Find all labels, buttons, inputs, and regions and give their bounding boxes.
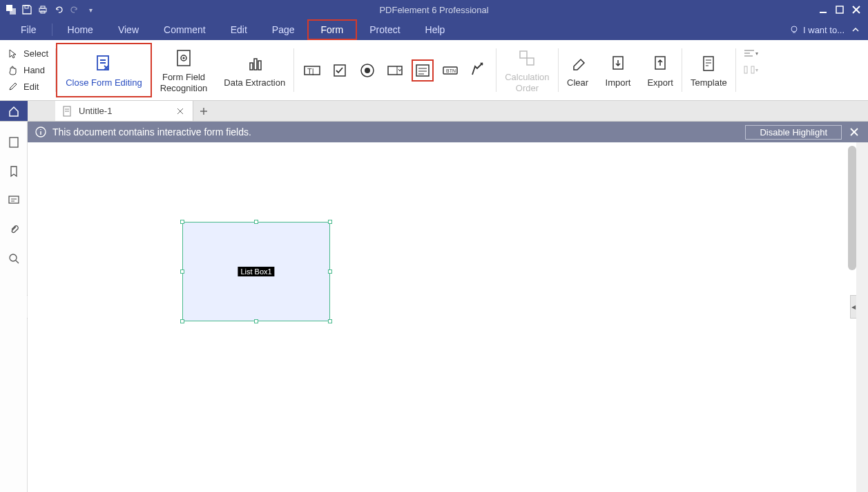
right-gutter <box>856 142 868 492</box>
import-label: Import <box>606 77 631 88</box>
document-tab[interactable]: Untitle-1 <box>55 101 193 121</box>
undo-icon[interactable] <box>52 3 66 17</box>
list-box-tool[interactable] <box>412 59 434 82</box>
resize-handle[interactable] <box>180 220 184 224</box>
maximize-button[interactable] <box>832 2 847 17</box>
redo-icon <box>68 3 81 17</box>
resize-handle[interactable] <box>328 269 332 274</box>
close-button[interactable] <box>849 2 864 17</box>
chart-icon <box>244 53 266 75</box>
select-label: Select <box>23 48 48 59</box>
edit-tool[interactable]: Edit <box>6 79 50 95</box>
menu-comment[interactable]: Comment <box>151 19 218 40</box>
svg-rect-43 <box>744 66 747 73</box>
extraction-label: Data Extraction <box>224 77 285 88</box>
print-icon[interactable] <box>36 3 50 17</box>
search-button[interactable] <box>6 250 22 267</box>
menu-form[interactable]: Form <box>307 19 358 40</box>
data-extraction-button[interactable]: Data Extraction <box>215 43 293 97</box>
recognition-label: Form Field Recognition <box>160 72 208 93</box>
close-tab-button[interactable] <box>175 106 186 117</box>
home-icon <box>8 105 20 117</box>
menu-edit[interactable]: Edit <box>218 19 260 40</box>
export-button[interactable]: Export <box>639 43 682 97</box>
align-tool[interactable]: ▾ <box>743 47 758 59</box>
edit-label: Edit <box>23 82 39 92</box>
hand-icon <box>7 64 19 77</box>
menu-protect[interactable]: Protect <box>357 19 412 40</box>
attachments-button[interactable] <box>6 221 22 238</box>
resize-handle[interactable] <box>180 319 184 323</box>
titlebar: ▾ PDFelement 6 Professional <box>0 0 868 19</box>
svg-rect-16 <box>250 63 253 70</box>
svg-rect-44 <box>751 66 754 73</box>
menu-home[interactable]: Home <box>55 19 106 40</box>
collapse-ribbon-button[interactable] <box>850 24 861 35</box>
import-button[interactable]: Import <box>597 43 639 97</box>
button-tool[interactable]: BTN <box>439 59 461 82</box>
close-notification-button[interactable] <box>847 125 861 139</box>
hand-tool[interactable]: Hand <box>6 62 50 79</box>
notification-text: This document contains interactive form … <box>52 126 740 138</box>
document-tab-label: Untitle-1 <box>79 106 169 116</box>
resize-handle[interactable] <box>328 319 332 323</box>
svg-rect-32 <box>520 51 527 58</box>
template-button[interactable]: Template <box>682 43 735 97</box>
menu-page[interactable]: Page <box>260 19 307 40</box>
bookmarks-button[interactable] <box>6 163 22 180</box>
svg-text:T|: T| <box>307 67 314 75</box>
resize-handle[interactable] <box>328 220 332 224</box>
calc-icon <box>516 47 538 69</box>
list-box-field[interactable]: List Box1 <box>182 222 330 321</box>
tab-spacer <box>28 101 55 121</box>
resize-handle[interactable] <box>254 220 258 224</box>
thumbnails-button[interactable] <box>6 134 22 151</box>
signature-tool[interactable] <box>467 59 489 82</box>
comments-button[interactable] <box>6 192 22 209</box>
svg-rect-26 <box>416 65 429 76</box>
left-sidebar: ▶ <box>0 122 28 492</box>
text-field-tool[interactable]: T| <box>301 59 323 82</box>
resize-handle[interactable] <box>180 269 184 274</box>
menu-separator <box>52 23 52 36</box>
calculation-order-button: Calculation Order <box>496 43 557 97</box>
new-tab-button[interactable] <box>193 101 214 121</box>
menu-help[interactable]: Help <box>413 19 458 40</box>
import-icon <box>607 53 629 75</box>
clear-button[interactable]: Clear <box>559 43 597 97</box>
svg-rect-24 <box>388 66 402 75</box>
checkbox-tool[interactable] <box>329 59 351 82</box>
i-want-label: I want to... <box>803 25 845 35</box>
distribute-tool[interactable]: ▾ <box>743 64 758 76</box>
radio-tool[interactable] <box>356 59 378 82</box>
hand-label: Hand <box>23 65 45 75</box>
eraser-icon <box>567 53 589 75</box>
i-want-to[interactable]: I want to... <box>789 25 845 35</box>
menu-view[interactable]: View <box>106 19 151 40</box>
svg-rect-33 <box>527 58 534 65</box>
svg-rect-18 <box>258 61 261 70</box>
menubar: File Home View Comment Edit Page Form Pr… <box>0 19 868 40</box>
select-tool[interactable]: Select <box>6 46 50 62</box>
document-icon <box>62 106 73 117</box>
minimize-button[interactable] <box>816 2 831 17</box>
svg-point-23 <box>365 68 370 73</box>
svg-rect-36 <box>704 57 713 70</box>
svg-rect-7 <box>836 6 843 13</box>
disable-highlight-button[interactable]: Disable Highlight <box>745 125 842 140</box>
close-form-editing-button[interactable]: Close Form Editing <box>56 43 152 97</box>
svg-text:BTN: BTN <box>446 68 456 73</box>
clear-label: Clear <box>567 77 588 88</box>
template-icon <box>697 53 720 75</box>
qat-more-icon[interactable]: ▾ <box>84 3 97 17</box>
page-viewport[interactable]: List Box1 <box>28 142 856 492</box>
menu-file[interactable]: File <box>8 19 49 40</box>
expand-right-panel-button[interactable]: ◀ <box>850 295 856 319</box>
home-tab[interactable] <box>0 101 28 121</box>
combo-box-tool[interactable] <box>384 59 406 82</box>
resize-handle[interactable] <box>254 319 258 323</box>
canvas[interactable]: List Box1 ◀ <box>28 122 868 492</box>
vertical-scrollbar[interactable] <box>848 146 856 270</box>
save-icon[interactable] <box>20 3 34 17</box>
form-field-recognition-button[interactable]: Form Field Recognition <box>152 43 216 97</box>
